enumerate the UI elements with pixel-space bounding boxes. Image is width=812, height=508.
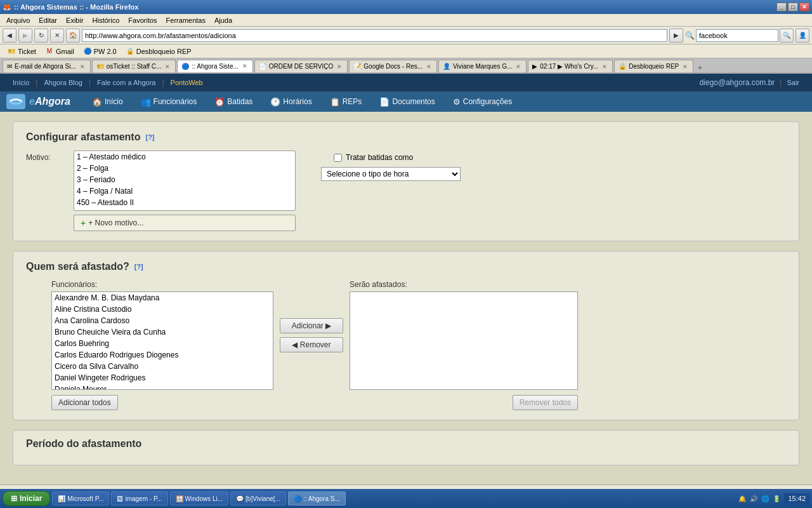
title-bar: 🦊 :: Ahgora Sistemas :: - Mozilla Firefo… bbox=[0, 0, 812, 14]
tab-email[interactable]: ✉ E-mail de Ahgora Si... ✕ bbox=[3, 60, 91, 72]
tab-ordem-close[interactable]: ✕ bbox=[336, 63, 343, 70]
menu-arquivo[interactable]: Arquivo bbox=[3, 15, 34, 25]
tab-ahgora[interactable]: 🔵 :: Ahgora Siste... ✕ bbox=[177, 60, 252, 72]
list-item[interactable]: Ana Carolina Cardoso bbox=[52, 315, 273, 326]
maximize-button[interactable]: □ bbox=[788, 3, 798, 11]
tab-viviane-close[interactable]: ✕ bbox=[514, 63, 522, 70]
tab-osticket-close[interactable]: ✕ bbox=[164, 63, 171, 70]
reload-button[interactable]: ↻ bbox=[34, 29, 48, 43]
configuracoes-icon: ⚙ bbox=[453, 97, 461, 107]
menu-ajuda[interactable]: Ajuda bbox=[211, 15, 236, 25]
tab-ordem-icon: 📄 bbox=[259, 63, 266, 70]
minimize-button[interactable]: _ bbox=[776, 3, 787, 11]
new-tab-button[interactable]: + bbox=[695, 62, 705, 72]
remover-button[interactable]: ◀ Remover bbox=[280, 337, 343, 352]
menu-ferramentas[interactable]: Ferramentas bbox=[162, 15, 209, 25]
nav-batidas[interactable]: ⏰ Batidas bbox=[206, 91, 261, 112]
nav-horarios-label: Horários bbox=[283, 97, 311, 106]
menu-exibir[interactable]: Exibir bbox=[62, 15, 88, 25]
search-button[interactable]: 🔍 bbox=[780, 29, 794, 43]
motivo-option-4[interactable]: 450 – Atestado II bbox=[74, 197, 295, 208]
serao-afastados-list[interactable] bbox=[350, 291, 578, 390]
motivo-listbox[interactable]: 1 – Atestado médico 2 – Folga 3 – Feriad… bbox=[74, 150, 296, 211]
list-item[interactable]: Carlos Eduardo Rodrigues Diogenes bbox=[52, 349, 273, 361]
tab-music[interactable]: ▶ 02:17 ▶ Who's Cry... ✕ bbox=[528, 60, 613, 72]
site-nav-fale[interactable]: Fale com a Ahgora bbox=[97, 79, 155, 86]
menu-favoritos[interactable]: Favoritos bbox=[124, 15, 160, 25]
forward-button[interactable]: ▶ bbox=[18, 29, 32, 43]
taskbar-item-4[interactable]: 🔵 :: Ahgora S... bbox=[288, 491, 346, 497]
home-button[interactable]: 🏠 bbox=[66, 29, 80, 43]
close-button[interactable]: ✕ bbox=[799, 3, 809, 11]
start-button[interactable]: ⊞ Iniciar bbox=[3, 491, 50, 497]
taskbar-item-1-label: imagem - P... bbox=[125, 495, 162, 498]
nav-inicio[interactable]: 🏠 Início bbox=[83, 91, 132, 112]
nav-reps[interactable]: 📋 REPs bbox=[321, 91, 371, 112]
list-item[interactable]: Bruno Cheuiche Vieira da Cunha bbox=[52, 326, 273, 338]
list-item[interactable]: Cicero da Silva Carvalho bbox=[52, 361, 273, 372]
tab-viviane[interactable]: 👤 Viviane Marques G... ✕ bbox=[438, 60, 527, 72]
novo-motivo-label: + Novo motivo... bbox=[88, 218, 143, 227]
bookmark-gmail[interactable]: M Gmail bbox=[42, 46, 77, 57]
tab-desbloqueio-close[interactable]: ✕ bbox=[681, 63, 689, 70]
tray-icon-3: 🌐 bbox=[760, 493, 770, 497]
logout-link[interactable]: Sair bbox=[787, 79, 799, 86]
tab-ahgora-close[interactable]: ✕ bbox=[241, 62, 249, 70]
site-nav-inicio[interactable]: Início bbox=[13, 79, 29, 86]
site-nav-blog[interactable]: Ahgora Blog bbox=[44, 79, 82, 86]
funcionarios-col-label: Funcionários: bbox=[51, 280, 273, 289]
nav-configuracoes[interactable]: ⚙ Configurações bbox=[444, 91, 521, 112]
list-item[interactable]: Alexandre M. B. Dias Maydana bbox=[52, 292, 273, 304]
address-bar[interactable]: http://www.ahgora.com.br/afastamentos/ad… bbox=[82, 29, 667, 42]
bookmark-ticket[interactable]: 🎫 Ticket bbox=[4, 46, 39, 57]
nav-horarios[interactable]: 🕐 Horários bbox=[261, 91, 320, 112]
quem-help[interactable]: [?] bbox=[134, 263, 143, 271]
tipo-hora-select[interactable]: Selecione o tipo de hora Hora normal Hor… bbox=[321, 167, 461, 181]
taskbar-item-1-icon: 🖼 bbox=[117, 495, 123, 498]
tray-icon-2: 🔊 bbox=[749, 493, 759, 497]
stop-button[interactable]: ✕ bbox=[50, 29, 64, 43]
go-button[interactable]: ▶ bbox=[669, 29, 683, 43]
list-item[interactable]: Daniela Meurer bbox=[52, 384, 273, 390]
tab-desbloqueio[interactable]: 🔒 Desbloqueio REP ✕ bbox=[614, 60, 693, 72]
list-item[interactable]: Aline Cristina Custodio bbox=[52, 304, 273, 315]
tratar-batidas-checkbox[interactable] bbox=[334, 154, 342, 162]
list-item[interactable]: Daniel Wingeter Rodrigues bbox=[52, 372, 273, 384]
motivo-option-2[interactable]: 3 – Feriado bbox=[74, 174, 295, 185]
search-input[interactable] bbox=[696, 29, 778, 42]
tab-email-close[interactable]: ✕ bbox=[79, 63, 86, 70]
motivo-option-1[interactable]: 2 – Folga bbox=[74, 163, 295, 174]
adicionar-button[interactable]: Adicionar ▶ bbox=[280, 318, 343, 333]
menu-editar[interactable]: Editar bbox=[35, 15, 61, 25]
desbloqueio-icon: 🔒 bbox=[126, 47, 134, 56]
configurar-help[interactable]: [?] bbox=[145, 133, 154, 141]
ticket-icon: 🎫 bbox=[7, 47, 16, 56]
site-nav-pontoweb[interactable]: PontoWeb bbox=[171, 79, 203, 86]
motivo-option-0[interactable]: 1 – Atestado médico bbox=[74, 151, 295, 163]
adicionar-todos-button[interactable]: Adicionar todos bbox=[51, 395, 118, 410]
remover-todos-button[interactable]: Remover todos bbox=[513, 395, 578, 410]
nav-funcionarios[interactable]: 👥 Funcionários bbox=[132, 91, 206, 112]
tray-icon-1: 🔔 bbox=[737, 493, 747, 497]
bookmark-pw[interactable]: 🔵 PW 2.0 bbox=[80, 46, 120, 57]
taskbar-item-3-icon: 💬 bbox=[236, 495, 244, 498]
tab-gdocs[interactable]: 📝 Google Docs - Res... ✕ bbox=[349, 60, 437, 72]
tab-music-close[interactable]: ✕ bbox=[601, 63, 608, 70]
motivo-option-3[interactable]: 4 – Folga / Natal bbox=[74, 185, 295, 197]
menu-historico[interactable]: Histórico bbox=[89, 15, 124, 25]
taskbar-item-1[interactable]: 🖼 imagem - P... bbox=[111, 491, 167, 497]
taskbar-item-0[interactable]: 📊 Microsoft P... bbox=[52, 491, 109, 497]
list-item[interactable]: Carlos Buehring bbox=[52, 338, 273, 349]
tab-ordem[interactable]: 📄 ORDEM DE SERVIÇO ✕ bbox=[254, 60, 348, 72]
tab-gdocs-close[interactable]: ✕ bbox=[425, 63, 433, 70]
nav-documentos[interactable]: 📄 Documentos bbox=[370, 91, 443, 112]
taskbar-item-3[interactable]: 💬 [b]Viviane[... bbox=[230, 491, 286, 497]
taskbar-item-2[interactable]: 🪟 Windows Li... bbox=[170, 491, 228, 497]
novo-motivo-button[interactable]: + + Novo motivo... bbox=[74, 215, 296, 231]
tab-osticket[interactable]: 🎫 osTicket :: Staff C... ✕ bbox=[92, 60, 176, 72]
bookmark-desbloqueio[interactable]: 🔒 Desbloqueio REP bbox=[122, 46, 195, 57]
back-button[interactable]: ◀ bbox=[3, 29, 16, 43]
employees-list[interactable]: Alexandre M. B. Dias Maydana Aline Crist… bbox=[51, 291, 273, 390]
window-title: :: Ahgora Sistemas :: - Mozilla Firefox bbox=[14, 3, 138, 11]
tab-ordem-label: ORDEM DE SERVIÇO bbox=[269, 63, 334, 70]
